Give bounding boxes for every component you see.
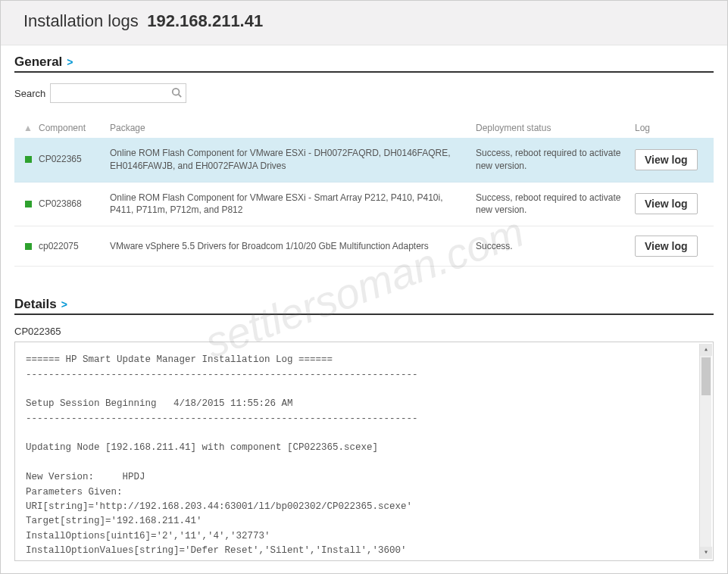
- general-section-header[interactable]: General >: [14, 55, 714, 73]
- component-cell: CP023868: [39, 198, 110, 211]
- page-title-ip: 192.168.211.41: [147, 11, 263, 30]
- scroll-thumb[interactable]: [701, 357, 711, 395]
- col-deployment[interactable]: Deployment status: [476, 123, 635, 133]
- content-area: General > Search ▲ Component Package Dep…: [1, 45, 727, 561]
- scroll-down-icon[interactable]: ▾: [700, 547, 712, 559]
- component-cell: CP022365: [39, 153, 110, 166]
- page-title: Installation logs: [23, 11, 139, 31]
- search-row: Search: [14, 83, 714, 103]
- table-row[interactable]: CP023868 Online ROM Flash Component for …: [14, 182, 714, 227]
- deployment-cell: Success, reboot required to activate new…: [476, 192, 635, 217]
- chevron-right-icon: >: [61, 298, 67, 310]
- page-header: Installation logs 192.168.211.41: [1, 1, 727, 45]
- table-row[interactable]: cp022075 VMware vSphere 5.5 Drivers for …: [14, 226, 714, 267]
- search-label: Search: [14, 88, 45, 99]
- col-component[interactable]: Component: [39, 123, 110, 133]
- details-component-label: CP022365: [14, 326, 714, 337]
- deployment-cell: Success, reboot required to activate new…: [476, 147, 635, 173]
- scrollbar[interactable]: ▴▾: [699, 344, 711, 559]
- view-log-button[interactable]: View log: [635, 149, 698, 170]
- package-cell: VMware vSphere 5.5 Drivers for Broadcom …: [110, 240, 476, 253]
- search-input[interactable]: [50, 83, 186, 103]
- component-cell: cp022075: [39, 240, 110, 253]
- package-cell: Online ROM Flash Component for VMware ES…: [110, 147, 476, 173]
- search-box: [50, 83, 186, 103]
- svg-point-0: [173, 89, 180, 95]
- status-square-icon: [25, 201, 32, 207]
- col-log[interactable]: Log: [635, 123, 711, 133]
- log-text: ====== HP Smart Update Manager Installat…: [26, 354, 418, 556]
- details-section: Details > CP022365 ====== HP Smart Updat…: [14, 297, 714, 561]
- sort-indicator[interactable]: ▲: [17, 123, 39, 133]
- chevron-right-icon: >: [67, 56, 73, 68]
- details-section-header[interactable]: Details >: [14, 297, 714, 315]
- deployment-cell: Success.: [476, 240, 635, 253]
- details-heading: Details: [14, 297, 57, 312]
- status-square-icon: [25, 243, 32, 250]
- app-window: Installation logs 192.168.211.41 General…: [0, 0, 728, 574]
- log-output-box[interactable]: ====== HP Smart Update Manager Installat…: [14, 342, 714, 561]
- scroll-up-icon[interactable]: ▴: [700, 344, 712, 356]
- search-icon[interactable]: [171, 87, 182, 98]
- svg-line-1: [179, 95, 182, 98]
- view-log-button[interactable]: View log: [635, 236, 698, 257]
- status-square-icon: [25, 156, 32, 163]
- view-log-button[interactable]: View log: [635, 193, 698, 214]
- logs-table: ▲ Component Package Deployment status Lo…: [14, 123, 714, 267]
- general-heading: General: [14, 55, 62, 70]
- table-header: ▲ Component Package Deployment status Lo…: [14, 123, 714, 138]
- table-row[interactable]: CP022365 Online ROM Flash Component for …: [14, 138, 714, 182]
- package-cell: Online ROM Flash Component for VMware ES…: [110, 192, 476, 217]
- col-package[interactable]: Package: [110, 123, 476, 133]
